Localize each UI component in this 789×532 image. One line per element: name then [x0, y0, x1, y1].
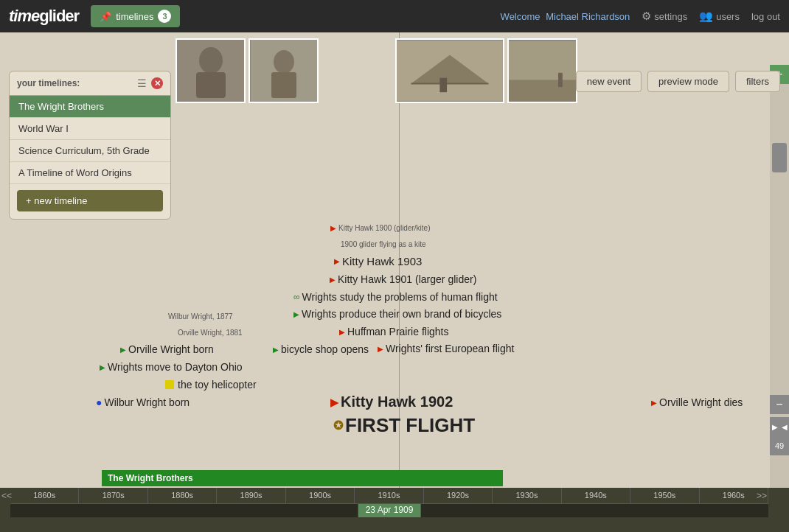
- sidebar-header: your timelines: ☰ ✕: [10, 71, 170, 96]
- logo-text: timeglider: [9, 7, 79, 25]
- timeline-ticks[interactable]: 23 Apr 1909: [10, 504, 768, 517]
- event-label: Wrights' first European flight: [386, 343, 514, 354]
- sidebar-item-world-war-i[interactable]: World War I: [10, 118, 170, 140]
- settings-button[interactable]: ⚙ settings: [642, 10, 687, 23]
- sidebar-item-wright-brothers[interactable]: The Wright Brothers: [10, 96, 170, 118]
- star-icon: ✪: [333, 419, 343, 433]
- users-icon: 👥: [699, 10, 713, 23]
- photo-1: [175, 38, 246, 103]
- scroll-down-button[interactable]: −: [770, 395, 789, 414]
- event-orville-dies[interactable]: ▶ Orville Wright dies: [651, 396, 743, 408]
- event-wrights-dayton[interactable]: ▶ Wrights move to Dayton Ohio: [100, 361, 243, 373]
- sidebar-menu-icon[interactable]: ☰: [137, 77, 147, 89]
- logout-button[interactable]: log out: [751, 11, 780, 22]
- photo-strip: [175, 38, 577, 103]
- sidebar-item-label: A Timeline of Word Origins: [18, 167, 132, 178]
- preview-mode-button[interactable]: preview mode: [647, 71, 729, 92]
- event-label: Huffman Prairie flights: [347, 326, 448, 337]
- date-indicator-text: 23 Apr 1909: [366, 505, 414, 515]
- users-label: users: [716, 11, 740, 22]
- photo-2: [248, 38, 319, 103]
- svg-rect-12: [558, 73, 563, 87]
- event-first-flight[interactable]: ✪ FIRST FLIGHT: [333, 414, 475, 437]
- event-wilbur-born[interactable]: ● Wilbur Wright born: [96, 396, 190, 408]
- event-label: the toy helicopter: [178, 379, 257, 391]
- nav-left-button[interactable]: ◀: [779, 417, 789, 436]
- event-kitty-hawk-1902[interactable]: ▶ Kitty Hawk 1902: [330, 393, 453, 410]
- event-arrow-icon: ▶: [378, 345, 383, 353]
- event-arrow-icon: ▶: [273, 346, 279, 354]
- event-arrow-icon: ▶: [339, 328, 345, 336]
- event-orville-born[interactable]: ▶ Orville Wright born: [120, 343, 214, 355]
- sidebar: your timelines: ☰ ✕ The Wright Brothers …: [9, 71, 171, 220]
- decade-1870s: 1870s: [79, 488, 147, 503]
- event-arrow-icon: ▶: [330, 224, 336, 232]
- event-bicycle-shop[interactable]: ▶ bicycle shop opens: [273, 343, 369, 355]
- page-nav-left[interactable]: <<: [0, 488, 13, 504]
- sidebar-item-label: Science Curriculum, 5th Grade: [18, 145, 150, 156]
- scrollbar: + − ◀ ▶ 49: [770, 65, 789, 488]
- event-wrights-study[interactable]: ∞ Wrights study the problems of human fl…: [293, 291, 498, 303]
- username: Michael Richardson: [546, 11, 630, 22]
- svg-rect-11: [509, 80, 576, 101]
- svg-rect-5: [271, 72, 296, 98]
- photo-3: [395, 38, 504, 103]
- event-label: Kitty Hawk 1902: [341, 393, 453, 410]
- sidebar-item-word-origins[interactable]: A Timeline of Word Origins: [10, 162, 170, 184]
- decade-labels: 1860s 1870s 1880s 1890s 1900s 1910s 1920…: [10, 488, 768, 504]
- settings-label: settings: [654, 11, 687, 22]
- event-kitty-hawk-1901[interactable]: ▶ Kitty Hawk 1901 (larger glider): [330, 273, 476, 285]
- toolbar: new event preview mode filters: [576, 71, 780, 92]
- decade-1860s: 1860s: [10, 488, 79, 503]
- annotation-orville-1881: Orville Wright, 1881: [178, 329, 243, 337]
- filters-button[interactable]: filters: [735, 71, 780, 92]
- decade-1950s: 1950s: [630, 488, 699, 503]
- new-event-label: new event: [587, 76, 630, 87]
- new-event-button[interactable]: new event: [576, 71, 642, 92]
- event-toy-helicopter[interactable]: the toy helicopter: [165, 379, 257, 391]
- sidebar-title: your timelines:: [17, 78, 80, 88]
- zoom-indicator: 49: [770, 436, 789, 455]
- event-label: 1900 glider flying as a kite: [341, 240, 426, 248]
- event-label: Kitty Hawk 1900 (glider/kite): [338, 224, 431, 232]
- infinity-icon: ∞: [293, 292, 300, 302]
- svg-rect-2: [196, 72, 226, 98]
- page-nav-right[interactable]: >>: [755, 488, 768, 504]
- sidebar-close-icon[interactable]: ✕: [151, 77, 163, 89]
- timelines-button[interactable]: 📌 timelines 3: [91, 5, 180, 27]
- timeline-bar: << >> 1860s 1870s 1880s 1890s 1900s 1910…: [0, 488, 789, 532]
- users-button[interactable]: 👥 users: [699, 10, 740, 23]
- pin-icon: 📌: [100, 11, 111, 22]
- welcome-text: Welcome: [501, 11, 541, 22]
- new-timeline-button[interactable]: + new timeline: [17, 190, 163, 211]
- event-wrights-european[interactable]: ▶ Wrights' first European flight: [378, 343, 514, 354]
- main-area: your timelines: ☰ ✕ The Wright Brothers …: [0, 32, 789, 532]
- gear-icon: ⚙: [642, 10, 651, 23]
- decade-1900s: 1900s: [286, 488, 355, 503]
- event-arrow-icon: ▶: [330, 396, 338, 408]
- decade-1930s: 1930s: [493, 488, 561, 503]
- event-glider-kite[interactable]: 1900 glider flying as a kite: [341, 240, 426, 248]
- header: timeglider 📌 timelines 3 Welcome Michael…: [0, 0, 789, 32]
- event-kitty-hawk-1903[interactable]: ▶ Kitty Hawk 1903: [334, 255, 422, 267]
- event-wrights-bicycles[interactable]: ▶ Wrights produce their own brand of bic…: [293, 308, 501, 320]
- event-label: Wilbur Wright born: [104, 396, 190, 408]
- filters-label: filters: [746, 76, 769, 87]
- timelines-label: timelines: [116, 11, 153, 22]
- event-kitty-hawk-1900-small[interactable]: ▶ Kitty Hawk 1900 (glider/kite): [330, 224, 431, 232]
- sidebar-item-label: World War I: [18, 123, 69, 134]
- scroll-thumb[interactable]: [772, 143, 787, 172]
- nav-right-button[interactable]: ▶: [770, 417, 779, 436]
- event-arrow-icon: ▶: [330, 276, 336, 284]
- event-label: Kitty Hawk 1901 (larger glider): [338, 273, 476, 285]
- event-label: Wrights study the problems of human flig…: [302, 291, 498, 303]
- decade-1920s: 1920s: [424, 488, 493, 503]
- sidebar-item-science[interactable]: Science Curriculum, 5th Grade: [10, 140, 170, 162]
- svg-point-4: [274, 50, 294, 74]
- timeline-band: The Wright Brothers: [102, 470, 770, 486]
- band-label: The Wright Brothers: [102, 472, 199, 485]
- annotation-wilbur-1877: Wilbur Wright, 1877: [168, 312, 233, 321]
- tick-row-2: [0, 517, 789, 532]
- photo-4: [507, 38, 577, 103]
- event-huffman-prairie[interactable]: ▶ Huffman Prairie flights: [339, 326, 448, 337]
